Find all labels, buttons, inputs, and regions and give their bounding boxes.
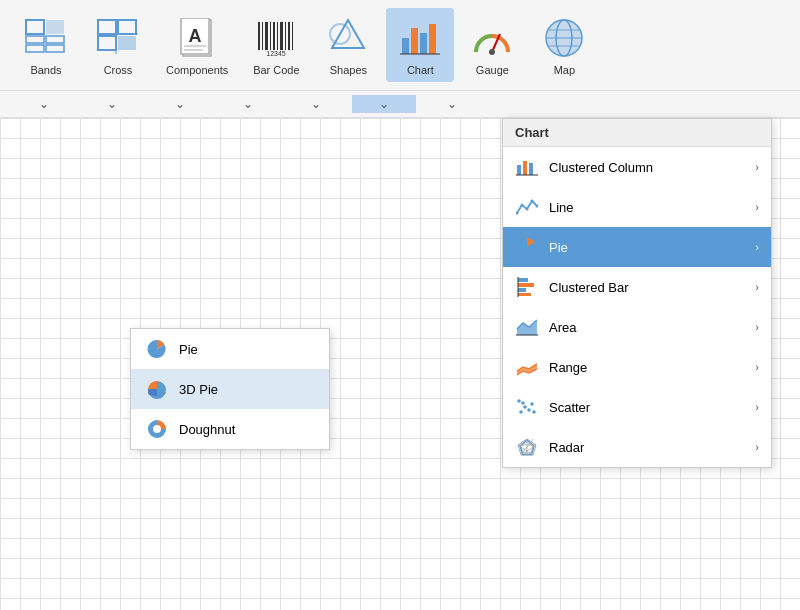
svg-rect-23	[280, 22, 283, 50]
shapes-icon	[324, 14, 372, 62]
map-icon	[540, 14, 588, 62]
svg-rect-45	[529, 163, 533, 175]
bands-label: Bands	[30, 64, 61, 76]
svg-rect-54	[518, 288, 526, 292]
clustered-column-label: Clustered Column	[549, 160, 745, 175]
radar-arrow: ›	[755, 441, 759, 453]
sub-pie-icon	[145, 337, 169, 361]
menu-item-area[interactable]: Area ›	[503, 307, 771, 347]
svg-rect-17	[258, 22, 260, 50]
scatter-icon	[515, 395, 539, 419]
menu-item-clustered-bar[interactable]: Clustered Bar ›	[503, 267, 771, 307]
menu-item-pie[interactable]: Pie ›	[503, 227, 771, 267]
toolbar-item-cross[interactable]: Cross	[84, 8, 152, 82]
sub-menu-item-3dpie[interactable]: 3D Pie	[131, 369, 329, 409]
svg-rect-25	[288, 22, 290, 50]
clustered-bar-icon	[515, 275, 539, 299]
menu-item-clustered-column[interactable]: Clustered Column ›	[503, 147, 771, 187]
toolbar-item-components[interactable]: A Components	[156, 8, 238, 82]
sub-doughnut-label: Doughnut	[179, 422, 315, 437]
area-label: Area	[549, 320, 745, 335]
menu-item-radar[interactable]: Radar ›	[503, 427, 771, 467]
toolbar-item-barcode[interactable]: 12345 Bar Code	[242, 8, 310, 82]
grid-area: Chart Clustered Column ›	[0, 118, 800, 610]
svg-rect-33	[429, 24, 436, 54]
line-arrow: ›	[755, 201, 759, 213]
chevron-2[interactable]: ⌄	[148, 95, 212, 113]
toolbar-item-chart[interactable]: Chart	[386, 8, 454, 82]
svg-rect-19	[265, 22, 268, 50]
chevron-3[interactable]: ⌄	[216, 95, 280, 113]
range-icon	[515, 355, 539, 379]
svg-rect-26	[292, 22, 293, 50]
line-label: Line	[549, 200, 745, 215]
svg-point-50	[531, 200, 534, 203]
sub-menu-item-pie[interactable]: Pie	[131, 329, 329, 369]
range-label: Range	[549, 360, 745, 375]
toolbar-item-bands[interactable]: Bands	[12, 8, 80, 82]
svg-rect-22	[277, 22, 278, 50]
barcode-label: Bar Code	[253, 64, 299, 76]
svg-rect-44	[523, 161, 527, 175]
chart-label: Chart	[407, 64, 434, 76]
range-arrow: ›	[755, 361, 759, 373]
toolbar-item-shapes[interactable]: Shapes	[314, 8, 382, 82]
area-arrow: ›	[755, 321, 759, 333]
chart-icon	[396, 14, 444, 62]
pie-arrow: ›	[755, 241, 759, 253]
chevron-6[interactable]: ⌄	[420, 95, 484, 113]
chevron-5[interactable]: ⌄	[352, 95, 416, 113]
svg-rect-30	[402, 38, 409, 54]
svg-point-66	[517, 399, 521, 403]
menu-item-range[interactable]: Range ›	[503, 347, 771, 387]
components-icon: A	[173, 14, 221, 62]
svg-rect-4	[46, 36, 64, 43]
svg-rect-2	[26, 45, 44, 52]
svg-point-36	[489, 49, 495, 55]
svg-rect-43	[517, 165, 521, 175]
clustered-column-arrow: ›	[755, 161, 759, 173]
sub-menu-item-doughnut[interactable]: Doughnut	[131, 409, 329, 449]
chevron-0[interactable]: ⌄	[12, 95, 76, 113]
svg-rect-1	[26, 36, 44, 43]
cross-label: Cross	[104, 64, 133, 76]
svg-rect-52	[518, 278, 528, 282]
svg-rect-3	[46, 20, 64, 34]
svg-point-64	[530, 402, 534, 406]
chart-dropdown: Chart Clustered Column ›	[502, 118, 772, 468]
toolbar-item-map[interactable]: Map	[530, 8, 598, 82]
svg-rect-32	[420, 33, 427, 54]
svg-point-48	[521, 204, 524, 207]
svg-rect-20	[270, 22, 271, 50]
svg-point-60	[519, 410, 523, 414]
pie-subdropdown: Pie 3D Pie	[130, 328, 330, 450]
sub-pie-label: Pie	[179, 342, 315, 357]
chevron-4[interactable]: ⌄	[284, 95, 348, 113]
pie-label: Pie	[549, 240, 745, 255]
toolbar: Bands Cross	[0, 0, 800, 91]
scatter-label: Scatter	[549, 400, 745, 415]
toolbar-item-gauge[interactable]: Gauge	[458, 8, 526, 82]
svg-point-62	[527, 408, 531, 412]
svg-rect-6	[98, 20, 116, 34]
gauge-label: Gauge	[476, 64, 509, 76]
barcode-icon: 12345	[252, 14, 300, 62]
svg-rect-53	[518, 283, 534, 287]
menu-item-scatter[interactable]: Scatter ›	[503, 387, 771, 427]
svg-rect-18	[262, 22, 263, 50]
svg-text:12345: 12345	[267, 50, 287, 57]
svg-text:A: A	[189, 26, 202, 46]
svg-rect-0	[26, 20, 44, 34]
svg-rect-31	[411, 28, 418, 54]
pie-icon	[515, 235, 539, 259]
chevron-1[interactable]: ⌄	[80, 95, 144, 113]
sub-3dpie-label: 3D Pie	[179, 382, 315, 397]
shapes-label: Shapes	[330, 64, 367, 76]
chevron-row: ⌄ ⌄ ⌄ ⌄ ⌄ ⌄ ⌄	[0, 91, 800, 118]
components-label: Components	[166, 64, 228, 76]
svg-rect-55	[518, 293, 531, 296]
gauge-icon	[468, 14, 516, 62]
sub-3dpie-icon	[145, 377, 169, 401]
dropdown-header: Chart	[503, 119, 771, 147]
menu-item-line[interactable]: Line ›	[503, 187, 771, 227]
